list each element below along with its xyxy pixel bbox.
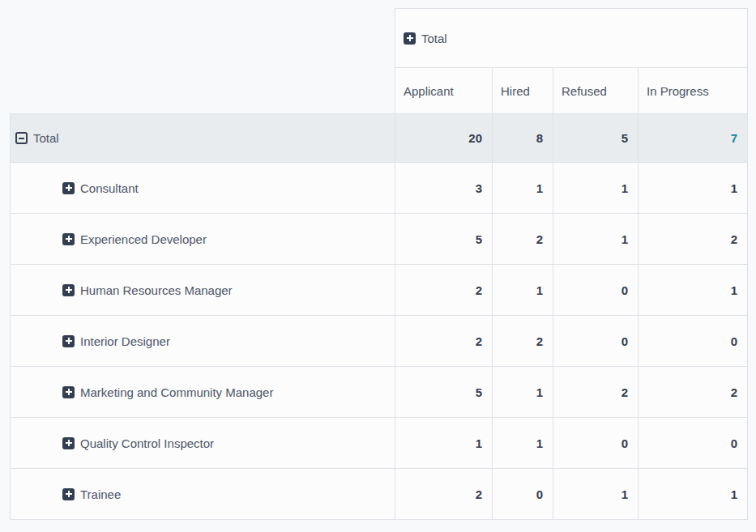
- plus-square-icon: [62, 386, 75, 398]
- plus-square-icon: [62, 182, 75, 194]
- row-header-human-resources-manager[interactable]: Human Resources Manager: [11, 265, 395, 316]
- row-header-marketing-and-community-manager[interactable]: Marketing and Community Manager: [11, 367, 395, 418]
- table-row-consultant: Consultant 3 1 1 1: [11, 163, 748, 214]
- row-label: Experienced Developer: [80, 232, 207, 246]
- row-header-quality-control-inspector[interactable]: Quality Control Inspector: [11, 418, 395, 469]
- cell-experienced-developer-in-progress[interactable]: 2: [639, 214, 748, 265]
- table-row-total: Total 20 8 5 7: [11, 114, 748, 163]
- cell-total-hired[interactable]: 8: [493, 114, 553, 163]
- table-row-marketing-and-community-manager: Marketing and Community Manager 5 1 2 2: [11, 367, 748, 418]
- cell-consultant-applicant[interactable]: 3: [395, 163, 493, 214]
- table-row-quality-control-inspector: Quality Control Inspector 1 1 0 0: [11, 418, 748, 469]
- cell-quality-control-inspector-hired[interactable]: 1: [493, 418, 553, 469]
- cell-trainee-refused[interactable]: 1: [553, 469, 639, 520]
- plus-square-icon: [62, 233, 75, 245]
- cell-human-resources-manager-in-progress[interactable]: 1: [639, 265, 748, 316]
- row-label: Quality Control Inspector: [80, 436, 214, 450]
- plus-square-icon: [62, 488, 75, 500]
- row-header-experienced-developer[interactable]: Experienced Developer: [11, 214, 395, 265]
- cell-marketing-and-community-manager-applicant[interactable]: 5: [395, 367, 493, 418]
- cell-interior-designer-applicant[interactable]: 2: [395, 316, 493, 367]
- pivot-table-view: Total Applicant Hired Refused In Progres…: [10, 8, 748, 520]
- row-label: Interior Designer: [80, 334, 170, 348]
- minus-square-icon: [15, 132, 28, 144]
- pivot-corner-cell: [11, 9, 395, 114]
- cell-total-refused[interactable]: 5: [553, 114, 639, 163]
- cell-experienced-developer-hired[interactable]: 2: [493, 214, 553, 265]
- cell-marketing-and-community-manager-refused[interactable]: 2: [553, 367, 639, 418]
- row-label: Consultant: [80, 181, 139, 195]
- cell-marketing-and-community-manager-in-progress[interactable]: 2: [639, 367, 748, 418]
- cell-trainee-hired[interactable]: 0: [493, 469, 553, 520]
- plus-square-icon: [404, 32, 416, 45]
- measure-header-hired[interactable]: Hired: [493, 68, 553, 114]
- row-label: Human Resources Manager: [80, 283, 233, 297]
- cell-experienced-developer-applicant[interactable]: 5: [395, 214, 493, 265]
- cell-marketing-and-community-manager-hired[interactable]: 1: [493, 367, 553, 418]
- cell-quality-control-inspector-refused[interactable]: 0: [553, 418, 639, 469]
- cell-experienced-developer-refused[interactable]: 1: [553, 214, 639, 265]
- row-header-total[interactable]: Total: [11, 114, 395, 163]
- table-row-experienced-developer: Experienced Developer 5 2 1 2: [11, 214, 748, 265]
- measure-header-applicant[interactable]: Applicant: [395, 68, 493, 114]
- cell-interior-designer-hired[interactable]: 2: [493, 316, 553, 367]
- column-group-label: Total: [421, 32, 447, 45]
- row-label: Total: [33, 131, 59, 145]
- row-label: Trainee: [80, 487, 121, 501]
- table-row-trainee: Trainee 2 0 1 1: [11, 469, 748, 520]
- cell-total-in-progress[interactable]: 7: [639, 114, 748, 163]
- measure-header-refused[interactable]: Refused: [553, 68, 639, 114]
- cell-total-applicant[interactable]: 20: [395, 114, 493, 163]
- cell-interior-designer-refused[interactable]: 0: [553, 316, 639, 367]
- cell-trainee-applicant[interactable]: 2: [395, 469, 493, 520]
- cell-consultant-hired[interactable]: 1: [493, 163, 553, 214]
- cell-human-resources-manager-applicant[interactable]: 2: [395, 265, 493, 316]
- plus-square-icon: [62, 437, 75, 449]
- pivot-table: Total Applicant Hired Refused In Progres…: [10, 8, 748, 520]
- cell-human-resources-manager-hired[interactable]: 1: [493, 265, 553, 316]
- table-row-interior-designer: Interior Designer 2 2 0 0: [11, 316, 748, 367]
- table-row-human-resources-manager: Human Resources Manager 2 1 0 1: [11, 265, 748, 316]
- cell-human-resources-manager-refused[interactable]: 0: [553, 265, 639, 316]
- plus-square-icon: [62, 284, 75, 296]
- row-header-interior-designer[interactable]: Interior Designer: [11, 316, 395, 367]
- row-header-trainee[interactable]: Trainee: [11, 469, 395, 520]
- cell-trainee-in-progress[interactable]: 1: [639, 469, 748, 520]
- row-label: Marketing and Community Manager: [80, 385, 273, 399]
- cell-interior-designer-in-progress[interactable]: 0: [639, 316, 748, 367]
- column-group-header-total[interactable]: Total: [395, 9, 748, 68]
- row-header-consultant[interactable]: Consultant: [11, 163, 395, 214]
- cell-quality-control-inspector-in-progress[interactable]: 0: [639, 418, 748, 469]
- cell-consultant-refused[interactable]: 1: [553, 163, 639, 214]
- cell-consultant-in-progress[interactable]: 1: [639, 163, 748, 214]
- measure-header-in-progress[interactable]: In Progress: [639, 68, 748, 114]
- cell-quality-control-inspector-applicant[interactable]: 1: [395, 418, 493, 469]
- plus-square-icon: [62, 335, 75, 347]
